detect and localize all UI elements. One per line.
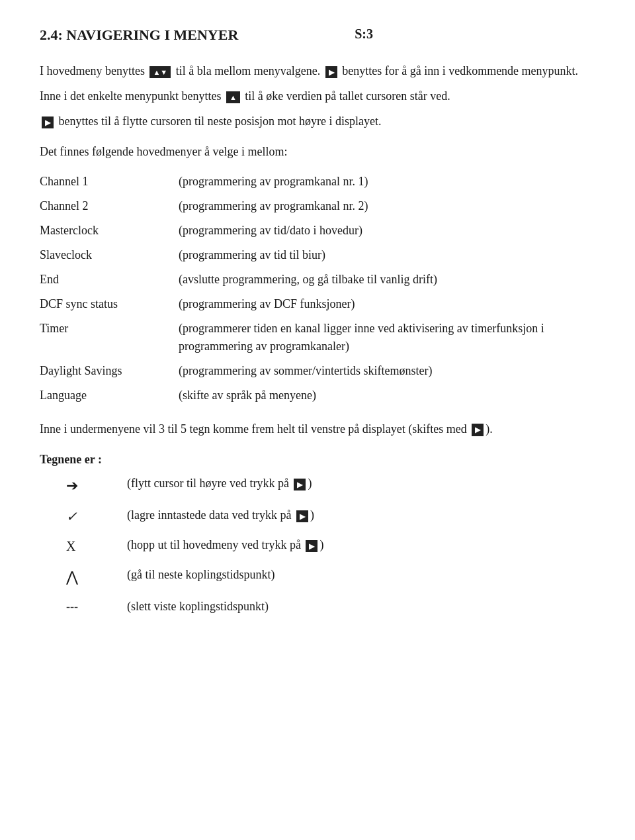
sign-dash-text: (slett viste koplingstidspunkt): [127, 598, 269, 616]
menu-item-name: Daylight Savings: [40, 359, 172, 383]
menu-item-desc: (programmering av tid/dato i hovedur): [172, 218, 595, 243]
sign-row-check: ✓ (lagre inntastede data ved trykk på ▶): [40, 506, 595, 527]
menu-item-name: Channel 1: [40, 169, 172, 194]
menu-item-name: End: [40, 267, 172, 292]
sign-x-symbol: X: [66, 536, 119, 557]
menu-table-row: End(avslutte programmering, og gå tilbak…: [40, 267, 595, 292]
menu-item-name: Masterclock: [40, 218, 172, 243]
menu-item-desc: (programmering av programkanal nr. 2): [172, 194, 595, 218]
menu-item-desc: (avslutte programmering, og gå tilbake t…: [172, 267, 595, 292]
up-icon: ▲: [226, 91, 240, 103]
sign-row-x: X (hopp ut til hovedmeny ved trykk på ▶): [40, 536, 595, 557]
sign-row-arrow: ➔ (flytt cursor til høyre ved trykk på ▶…: [40, 475, 595, 497]
sign-caret-symbol: ⋀: [66, 566, 119, 588]
intro-line-1: I hovedmeny benyttes ▲▼ til å bla mellom…: [40, 62, 595, 81]
enter-icon-sign2: ▶: [296, 510, 308, 522]
signs-section: Tegnene er : ➔ (flytt cursor til høyre v…: [40, 450, 595, 616]
sign-row-dash: --- (slett viste koplingstidspunkt): [40, 598, 595, 616]
menu-table-row: Timer(programmerer tiden en kanal ligger…: [40, 316, 595, 359]
menu-item-desc: (programmering av tid til biur): [172, 243, 595, 267]
menu-item-name: DCF sync status: [40, 292, 172, 316]
intro-line-2: Inne i det enkelte menypunkt benyttes ▲ …: [40, 87, 595, 106]
menu-table-row: DCF sync status(programmering av DCF fun…: [40, 292, 595, 316]
sign-arrow-text: (flytt cursor til høyre ved trykk på ▶): [127, 475, 312, 493]
menu-table-row: Language(skifte av språk på menyene): [40, 383, 595, 408]
sign-row-caret: ⋀ (gå til neste koplingstidspunkt): [40, 566, 595, 588]
menu-item-name: Language: [40, 383, 172, 408]
menu-intro: Det finnes følgende hovedmenyer å velge …: [40, 143, 595, 162]
sign-check-symbol: ✓: [66, 506, 119, 527]
footer-text: Inne i undermenyene vil 3 til 5 tegn kom…: [40, 420, 595, 439]
intro-line-3: ▶ benyttes til å flytte cursoren til nes…: [40, 113, 595, 131]
sign-arrow-symbol: ➔: [66, 475, 119, 497]
menu-item-desc: (programmering av sommer/vintertids skif…: [172, 359, 595, 383]
menu-item-desc: (skifte av språk på menyene): [172, 383, 595, 408]
menu-item-name: Slaveclock: [40, 243, 172, 267]
enter-icon-2: ▶: [42, 117, 54, 128]
menu-item-desc: (programmering av programkanal nr. 1): [172, 169, 595, 194]
menu-table-row: Daylight Savings(programmering av sommer…: [40, 359, 595, 383]
menu-table-row: Channel 2(programmering av programkanal …: [40, 194, 595, 218]
menu-table-row: Slaveclock(programmering av tid til biur…: [40, 243, 595, 267]
sign-dash-symbol: ---: [66, 598, 119, 616]
page-number: S:3: [132, 26, 595, 42]
enter-icon-1: ▶: [325, 66, 337, 78]
sign-check-text: (lagre inntastede data ved trykk på ▶): [127, 506, 314, 525]
up-down-icon: ▲▼: [149, 66, 171, 78]
menu-table-row: Channel 1(programmering av programkanal …: [40, 169, 595, 194]
enter-icon-sign1: ▶: [294, 479, 306, 490]
menu-item-name: Channel 2: [40, 194, 172, 218]
menu-item-name: Timer: [40, 316, 172, 359]
menu-item-desc: (programmering av DCF funksjoner): [172, 292, 595, 316]
sign-x-text: (hopp ut til hovedmeny ved trykk på ▶): [127, 536, 323, 555]
menu-table: Channel 1(programmering av programkanal …: [40, 169, 595, 408]
menu-table-row: Masterclock(programmering av tid/dato i …: [40, 218, 595, 243]
sign-caret-text: (gå til neste koplingstidspunkt): [127, 566, 275, 584]
enter-icon-sign3: ▶: [306, 540, 318, 552]
menu-item-desc: (programmerer tiden en kanal ligger inne…: [172, 316, 595, 359]
tegnene-intro: Tegnene er :: [40, 450, 595, 469]
enter-icon-footer: ▶: [472, 424, 484, 436]
